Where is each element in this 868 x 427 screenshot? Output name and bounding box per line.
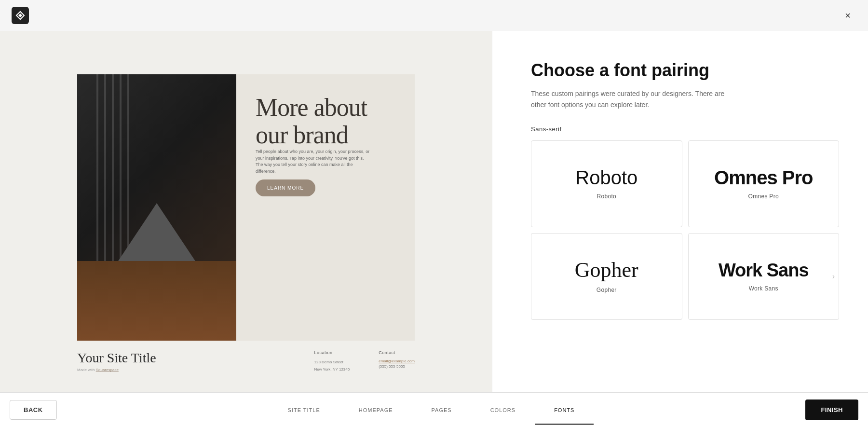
font-display-omnes: Omnes Pro xyxy=(714,168,813,187)
learn-more-button: LEARN MORE xyxy=(256,179,315,196)
font-card-roboto[interactable]: Roboto Roboto xyxy=(531,140,682,227)
back-button[interactable]: BACK xyxy=(10,400,57,420)
section-label: Sans-serif xyxy=(531,125,839,133)
preview-body-text: Tell people about who you are, your orig… xyxy=(256,149,371,175)
scroll-arrow-icon: › xyxy=(832,272,835,281)
preview-image xyxy=(77,74,236,341)
preview-text-section: More about our brand Tell people about w… xyxy=(236,74,415,341)
nav-step-pages[interactable]: PAGES xyxy=(412,407,471,413)
footer-location: Location 123 Demo Street New York, NY 12… xyxy=(314,350,350,373)
font-label-roboto: Roboto xyxy=(597,193,617,200)
finish-button[interactable]: FINISH xyxy=(805,399,858,420)
panel-title: Choose a font pairing xyxy=(531,60,839,81)
nav-step-fonts[interactable]: FONTS xyxy=(535,407,594,413)
preview-headline: More about our brand xyxy=(256,94,395,149)
font-card-work-sans[interactable]: Work Sans Work Sans › xyxy=(688,233,840,320)
font-grid-row1: Roboto Roboto Omnes Pro Omnes Pro xyxy=(531,140,839,227)
footer-columns: Location 123 Demo Street New York, NY 12… xyxy=(314,350,415,373)
right-panel: Choose a font pairing These custom pairi… xyxy=(492,31,868,392)
pyramid-shape xyxy=(118,203,195,261)
font-card-gopher[interactable]: Gopher Gopher xyxy=(531,233,682,320)
nav-step-homepage[interactable]: HOMEPAGE xyxy=(339,407,412,413)
wooden-floor xyxy=(77,261,236,341)
font-display-gopher: Gopher xyxy=(575,260,638,281)
font-grid-row2: Gopher Gopher Work Sans Work Sans › xyxy=(531,233,839,320)
nav-step-site-title[interactable]: SITE TITLE xyxy=(269,407,339,413)
nav-step-colors[interactable]: COLORS xyxy=(471,407,535,413)
header: × xyxy=(0,0,868,31)
preview-panel: More about our brand Tell people about w… xyxy=(0,31,492,392)
squarespace-link: Squarespace xyxy=(96,368,119,372)
close-button[interactable]: × xyxy=(839,7,856,24)
pyramid-image xyxy=(77,74,236,341)
font-label-gopher: Gopher xyxy=(597,287,617,293)
main-content: More about our brand Tell people about w… xyxy=(0,31,868,392)
font-label-omnes: Omnes Pro xyxy=(748,193,779,200)
font-display-worksans: Work Sans xyxy=(719,261,809,279)
font-label-worksans: Work Sans xyxy=(749,285,778,292)
preview-footer: Your Site Title Made with Squarespace Lo… xyxy=(77,341,415,373)
bottom-nav: BACK SITE TITLE HOMEPAGE PAGES COLORS FO… xyxy=(0,392,868,427)
footer-contact: Contact email@example.com (555) 555-5555 xyxy=(379,350,415,373)
squarespace-logo xyxy=(12,7,29,24)
nav-steps: SITE TITLE HOMEPAGE PAGES COLORS FONTS xyxy=(57,407,806,413)
panel-description: These custom pairings were curated by ou… xyxy=(531,88,733,110)
font-card-omnes-pro[interactable]: Omnes Pro Omnes Pro xyxy=(688,140,840,227)
preview-hero: More about our brand Tell people about w… xyxy=(77,74,415,341)
site-title-preview: Your Site Title Made with Squarespace xyxy=(77,350,156,372)
made-with-text: Made with Squarespace xyxy=(77,368,156,372)
font-display-roboto: Roboto xyxy=(575,168,637,187)
